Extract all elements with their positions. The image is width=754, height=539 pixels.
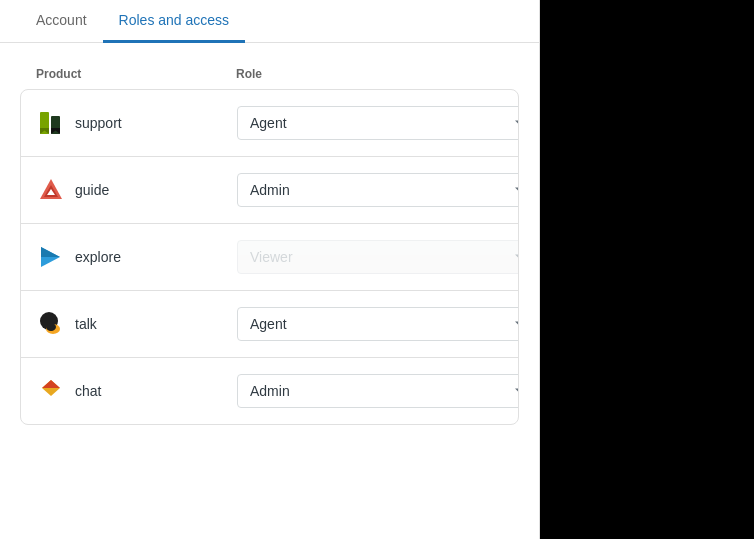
role-select-explore[interactable]: Agent Admin Viewer bbox=[237, 240, 519, 274]
product-name-chat: chat bbox=[75, 383, 101, 399]
product-info-explore: explore bbox=[37, 243, 237, 271]
role-select-guide[interactable]: Agent Admin Viewer bbox=[237, 173, 519, 207]
tab-account[interactable]: Account bbox=[20, 0, 103, 43]
svg-point-11 bbox=[46, 323, 56, 331]
product-name-guide: guide bbox=[75, 182, 109, 198]
right-panel bbox=[540, 0, 754, 539]
product-info-talk: talk bbox=[37, 310, 237, 338]
select-wrapper-support: Agent Admin Viewer bbox=[237, 106, 519, 140]
product-name-explore: explore bbox=[75, 249, 121, 265]
header-product: Product bbox=[36, 67, 236, 81]
tabs: Account Roles and access bbox=[0, 0, 539, 43]
support-icon bbox=[37, 109, 65, 137]
header-role: Role bbox=[236, 67, 503, 81]
table-row: talk Agent Admin Viewer bbox=[21, 291, 518, 358]
tab-roles[interactable]: Roles and access bbox=[103, 0, 246, 43]
table-row: guide Agent Admin Viewer bbox=[21, 157, 518, 224]
product-info-support: support bbox=[37, 109, 237, 137]
product-name-talk: talk bbox=[75, 316, 97, 332]
product-info-guide: guide bbox=[37, 176, 237, 204]
select-wrapper-talk: Agent Admin Viewer bbox=[237, 307, 519, 341]
product-info-chat: chat bbox=[37, 377, 237, 405]
role-select-chat[interactable]: Agent Admin Viewer bbox=[237, 374, 519, 408]
product-name-support: support bbox=[75, 115, 122, 131]
product-table: support Agent Admin Viewer bbox=[20, 89, 519, 425]
table-row: explore Agent Admin Viewer bbox=[21, 224, 518, 291]
talk-icon bbox=[37, 310, 65, 338]
role-select-support[interactable]: Agent Admin Viewer bbox=[237, 106, 519, 140]
select-wrapper-guide: Agent Admin Viewer bbox=[237, 173, 519, 207]
main-panel: Account Roles and access Product Role bbox=[0, 0, 540, 539]
table-row: support Agent Admin Viewer bbox=[21, 90, 518, 157]
table-row: chat Agent Admin Viewer bbox=[21, 358, 518, 424]
content-area: Product Role support bbox=[0, 43, 539, 539]
explore-icon bbox=[37, 243, 65, 271]
role-select-talk[interactable]: Agent Admin Viewer bbox=[237, 307, 519, 341]
chat-icon bbox=[37, 377, 65, 405]
table-header: Product Role bbox=[20, 67, 519, 89]
select-wrapper-chat: Agent Admin Viewer bbox=[237, 374, 519, 408]
guide-icon bbox=[37, 176, 65, 204]
svg-marker-13 bbox=[42, 380, 60, 388]
svg-marker-8 bbox=[41, 247, 60, 257]
select-wrapper-explore: Agent Admin Viewer bbox=[237, 240, 519, 274]
